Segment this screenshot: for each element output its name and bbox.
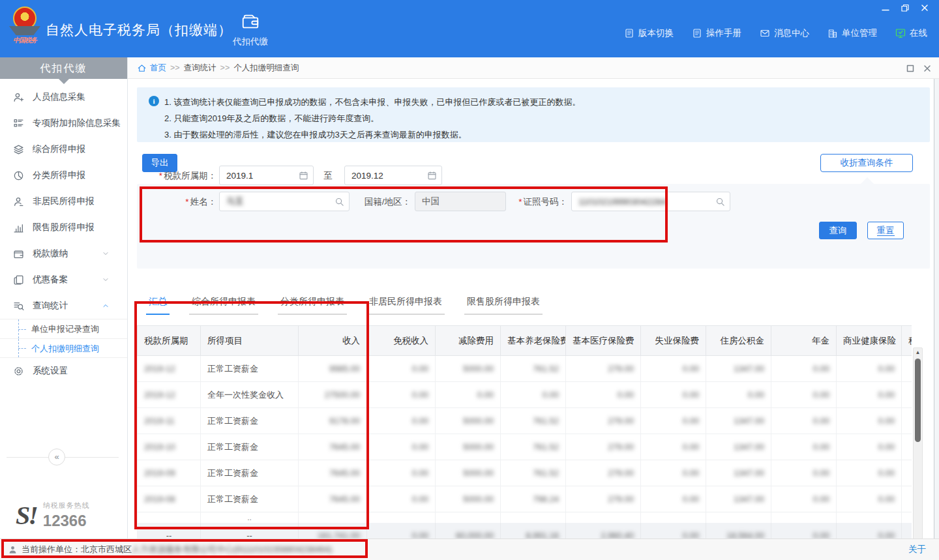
titlebar-menu-单位管理[interactable]: 单位管理 [827,27,877,39]
sidebar-item-label: 税款缴纳 [33,248,102,259]
restore-button[interactable] [900,3,913,14]
period-to-input[interactable]: 2019.12 [344,166,442,185]
blurred-value: 0.00 [683,442,699,452]
titlebar-menu-版本切换[interactable]: 版本切换 [624,27,674,39]
cell-所得项目: 正常工资薪金 [201,408,299,434]
document-icon [692,28,702,38]
cell-免税收入: 0.00 [367,408,436,434]
cell-税 [902,356,912,382]
cell-商业健康保险: 0.00 [837,408,902,434]
cell-商业健康保险 [837,512,902,523]
building-icon [827,28,838,38]
id-number-input[interactable]: 110102199903042284 [571,192,730,211]
reset-button[interactable]: 重置 [867,222,904,239]
sidebar-item-人员信息采集[interactable]: 人员信息采集 [0,84,127,110]
blurred-value: 761.52 [533,364,559,374]
sidebar-subitem-个人扣缴明细查询[interactable]: 个人扣缴明细查询 [0,338,127,358]
table-row[interactable]: 2019-12全年一次性奖金收入27500.000.000.000.000.00… [138,382,912,408]
cell-年金 [771,512,837,523]
column-header-减除费用: 减除费用 [436,326,501,356]
blurred-value: 2019-10 [144,442,175,452]
bar-chart-icon [13,222,24,233]
tab-汇总[interactable]: 汇总 [146,296,170,315]
sidebar-item-税款缴纳[interactable]: 税款缴纳 [0,241,127,267]
blurred-value: 0.00 [683,416,699,426]
collapse-query-button[interactable]: 收折查询条件 [820,154,913,172]
titlebar-menu-消息中心[interactable]: 消息中心 [760,27,809,39]
page-close-button[interactable] [922,63,931,72]
sidebar-nav: 人员信息采集专项附加扣除信息采集综合所得申报分类所得申报非居民所得申报限售股所得… [0,84,127,384]
table-row[interactable]: 2019-09正常工资薪金7645.000.005000.00761.52279… [138,460,912,486]
column-header-基本养老保险费: 基本养老保险费 [501,326,566,356]
breadcrumb-item-首页[interactable]: 首页 [150,63,166,72]
sidebar-item-label: 查询统计 [33,300,102,312]
minimize-button[interactable] [880,3,893,14]
calendar-icon[interactable] [299,171,308,181]
period-from-input[interactable]: 2019.1 [219,166,314,185]
cell-所得项目: 正常工资薪金 [201,356,299,382]
nationality-input[interactable]: 中国 [415,192,506,211]
sidebar-item-限售股所得申报[interactable]: 限售股所得申报 [0,214,127,241]
about-link[interactable]: 关于 [908,544,926,555]
sidebar-item-查询统计[interactable]: 查询统计 [0,293,127,319]
tab-综合所得申报表[interactable]: 综合所得申报表 [189,296,258,315]
user-icon [13,196,24,207]
cell-住房公积金: 1347.00 [706,408,771,434]
cell-商业健康保险: 0.00 [837,460,902,486]
info-icon: i [149,96,159,106]
calendar-icon[interactable] [427,171,437,181]
sidebar-item-综合所得申报[interactable]: 综合所得申报 [0,136,127,162]
cell-基本养老保险费 [501,512,566,523]
table-row[interactable]: 2019-11正常工资薪金9178.000.005000.00761.52279… [138,408,912,434]
cell-收入 [299,512,367,523]
sidebar-panel-title: 代扣代缴 [0,57,127,79]
online-label: 在线 [910,27,927,39]
module-tab-withholding[interactable]: 代扣代缴 [227,12,274,48]
table-row[interactable]: 2019-08正常工资薪金7645.000.005000.00798.24279… [138,486,912,512]
blurred-value: 279.00 [608,494,634,504]
user-plus-icon [13,92,24,103]
sidebar-subitem-单位申报记录查询[interactable]: 单位申报记录查询 [0,319,127,338]
titlebar-menu-操作手册[interactable]: 操作手册 [692,27,741,39]
blurred-value: 279.00 [608,442,634,452]
vertical-scrollbar-thumb[interactable] [915,359,921,442]
blurred-value: 761.52 [533,442,559,452]
search-icon[interactable] [335,197,344,207]
online-status[interactable]: 在线 [895,27,927,39]
sidebar-item-非居民所得申报[interactable]: 非居民所得申报 [0,188,127,214]
column-header-税款所属期: 税款所属期 [138,326,201,356]
blurred-value: 27500.00 [325,390,360,400]
table-row[interactable]: 2019-12正常工资薪金9985.000.005000.00761.52279… [138,356,912,382]
titlebar-menu: 版本切换操作手册消息中心单位管理在线 [624,27,927,39]
document-icon [624,28,634,38]
table-row[interactable]: 2019-10正常工资薪金7645.000.005000.00761.52279… [138,434,912,460]
cell-税 [902,512,912,523]
sidebar-item-系统设置[interactable]: 系统设置 [0,358,127,384]
blurred-value: 0.00 [813,390,829,400]
tab-限售股所得申报表[interactable]: 限售股所得申报表 [464,296,543,315]
hotline-logo: S! [16,500,37,531]
tab-分类所得申报表[interactable]: 分类所得申报表 [278,296,347,315]
sidebar-item-分类所得申报[interactable]: 分类所得申报 [0,162,127,188]
titlebar-menu-label: 操作手册 [706,27,741,39]
blurred-value: 0.00 [813,494,829,504]
tab-非居民所得申报表[interactable]: 非居民所得申报表 [366,296,445,315]
close-button[interactable] [919,3,932,14]
scroll-up-icon[interactable]: ▲ [914,349,922,355]
search-icon[interactable] [715,197,725,207]
collapse-sidebar-button[interactable]: « [48,449,65,465]
sidebar-item-专项附加扣除信息采集[interactable]: 专项附加扣除信息采集 [0,110,127,136]
cell-税款所属期 [138,512,201,523]
name-input[interactable]: 马某 [219,192,350,211]
cell-基本医疗保险费: 279.00 [566,486,641,512]
query-button[interactable]: 查询 [819,222,857,239]
blurred-value: 0.00 [878,468,895,478]
page-maximize-button[interactable] [905,63,914,72]
breadcrumb-separator: >> [170,63,180,72]
export-button[interactable]: 导出 [142,154,177,172]
sidebar-item-优惠备案[interactable]: 优惠备案 [0,267,127,293]
search-list-icon [13,301,24,312]
vertical-scrollbar[interactable]: ▲ ▼ [913,347,923,550]
cell-失业保险费: 0.00 [641,382,706,408]
column-header-基本医疗保险费: 基本医疗保险费 [566,326,641,356]
